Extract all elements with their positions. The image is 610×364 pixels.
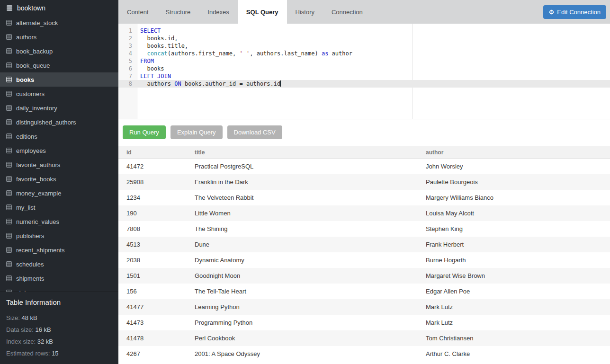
table-icon bbox=[6, 162, 12, 168]
sidebar-item-book-backup[interactable]: book_backup bbox=[0, 44, 118, 58]
table-icon bbox=[6, 119, 12, 125]
table-row[interactable]: 41477Learning PythonMark Lutz bbox=[118, 299, 610, 315]
table-row[interactable]: 41473Programming PythonMark Lutz bbox=[118, 315, 610, 330]
cell-author: Margaret Wise Brown bbox=[418, 272, 610, 279]
line-number: 1 bbox=[118, 27, 137, 35]
table-row[interactable]: 2038Dynamic AnatomyBurne Hogarth bbox=[118, 252, 610, 268]
tab-structure[interactable]: Structure bbox=[157, 0, 199, 24]
sidebar-item-book-queue[interactable]: book_queue bbox=[0, 58, 118, 72]
tab-history[interactable]: History bbox=[287, 0, 323, 24]
code-line-3: 3 books.title, bbox=[118, 42, 610, 50]
sql-editor[interactable]: 1SELECT2 books.id,3 books.title,4 concat… bbox=[118, 24, 610, 119]
sidebar-item-alternate-stock[interactable]: alternate_stock bbox=[0, 16, 118, 30]
cell-id: 1501 bbox=[118, 272, 187, 279]
table-icon bbox=[6, 105, 12, 111]
cell-author: Frank Herbert bbox=[418, 241, 610, 248]
table-icon bbox=[6, 34, 12, 40]
code-text: authors ON books.author_id = authors.id bbox=[137, 80, 281, 88]
tab-connection[interactable]: Connection bbox=[323, 0, 371, 24]
sidebar-item-recent-shipments[interactable]: recent_shipments bbox=[0, 243, 118, 257]
code-text: SELECT bbox=[137, 27, 161, 35]
table-row[interactable]: 7808The ShiningStephen King bbox=[118, 221, 610, 237]
table-row[interactable]: 4513DuneFrank Herbert bbox=[118, 237, 610, 252]
sidebar-item-customers[interactable]: customers bbox=[0, 87, 118, 101]
line-number: 3 bbox=[118, 42, 137, 50]
sidebar-item-label: employees bbox=[16, 147, 46, 154]
sidebar-item-editions[interactable]: editions bbox=[0, 129, 118, 143]
sidebar-item-label: favorite_authors bbox=[16, 161, 60, 169]
table-icon bbox=[6, 233, 12, 239]
cell-title: Dune bbox=[187, 241, 418, 248]
code-text: concat(authors.first_name, ' ', authors.… bbox=[137, 50, 352, 57]
code-line-5: 5FROM bbox=[118, 57, 610, 65]
line-number: 4 bbox=[118, 50, 137, 57]
explain-query-button[interactable]: Explain Query bbox=[170, 125, 223, 139]
cell-id: 41472 bbox=[118, 163, 187, 170]
table-information-rows: Size: 48 kBData size: 16 kBIndex size: 3… bbox=[6, 312, 112, 359]
cell-title: Goodnight Moon bbox=[187, 272, 418, 279]
code-line-7: 7LEFT JOIN bbox=[118, 72, 610, 80]
sidebar-item-employees[interactable]: employees bbox=[0, 143, 118, 158]
info-label: Size: bbox=[6, 314, 22, 321]
table-row[interactable]: 25908Franklin in the DarkPaulette Bourge… bbox=[118, 174, 610, 190]
run-query-button[interactable]: Run Query bbox=[123, 125, 166, 139]
sidebar-item-authors[interactable]: authors bbox=[0, 30, 118, 44]
table-row[interactable]: 1234The Velveteen RabbitMargery Williams… bbox=[118, 190, 610, 205]
tab-indexes[interactable]: Indexes bbox=[199, 0, 238, 24]
table-row[interactable]: 156The Tell-Tale HeartEdgar Allen Poe bbox=[118, 284, 610, 299]
cell-author: Mark Lutz bbox=[418, 319, 610, 326]
sidebar-item-my-list[interactable]: my_list bbox=[0, 200, 118, 214]
sidebar-item-label: recent_shipments bbox=[16, 247, 65, 254]
table-row[interactable]: 42672001: A Space OdysseyArthur C. Clark… bbox=[118, 346, 610, 362]
sidebar-item-publishers[interactable]: publishers bbox=[0, 229, 118, 243]
sidebar-item-favorite-authors[interactable]: favorite_authors bbox=[0, 158, 118, 172]
info-label: Index size: bbox=[6, 338, 37, 345]
table-row[interactable]: 41478Perl CookbookTom Christiansen bbox=[118, 330, 610, 346]
database-header[interactable]: booktown bbox=[0, 0, 118, 16]
code-line-1: 1SELECT bbox=[118, 27, 610, 35]
tab-content[interactable]: Content bbox=[118, 0, 157, 24]
table-row[interactable]: 190Little WomenLouisa May Alcott bbox=[118, 205, 610, 221]
cell-id: 25908 bbox=[118, 178, 187, 186]
line-number: 7 bbox=[118, 72, 137, 80]
cell-author: Mark Lutz bbox=[418, 303, 610, 311]
sidebar-item-books[interactable]: books bbox=[0, 72, 118, 87]
edit-connection-button[interactable]: ⚙ Edit Connection bbox=[543, 5, 606, 19]
sidebar-item-label: customers bbox=[16, 90, 45, 98]
sidebar-item-distinguished-authors[interactable]: distinguished_authors bbox=[0, 115, 118, 129]
info-row-size-: Size: 48 kB bbox=[6, 312, 112, 324]
sidebar-item-schedules[interactable]: schedules bbox=[0, 257, 118, 271]
sidebar-item-favorite-books[interactable]: favorite_books bbox=[0, 172, 118, 186]
cell-title: 2001: A Space Odyssey bbox=[187, 350, 418, 357]
sidebar-item-shipments[interactable]: shipments bbox=[0, 271, 118, 285]
cell-author: Louisa May Alcott bbox=[418, 210, 610, 217]
cell-title: The Velveteen Rabbit bbox=[187, 194, 418, 201]
column-header-title[interactable]: title bbox=[187, 149, 418, 156]
table-icon bbox=[6, 77, 12, 82]
table-row[interactable]: 41472Practical PostgreSQLJohn Worsley bbox=[118, 159, 610, 174]
line-number: 8 bbox=[118, 80, 137, 88]
cell-id: 41478 bbox=[118, 335, 187, 342]
sidebar-item-numeric-values[interactable]: numeric_values bbox=[0, 214, 118, 229]
table-row[interactable]: 1501Goodnight MoonMargaret Wise Brown bbox=[118, 268, 610, 284]
column-header-author[interactable]: author bbox=[418, 149, 610, 156]
info-row-data-size-: Data size: 16 kB bbox=[6, 324, 112, 336]
column-header-id[interactable]: id bbox=[118, 149, 187, 156]
tab-sql-query[interactable]: SQL Query bbox=[238, 0, 287, 24]
code-line-6: 6 books bbox=[118, 65, 610, 72]
table-information-title: Table Information bbox=[6, 298, 112, 306]
table-icon bbox=[6, 48, 12, 54]
sidebar-item-states[interactable]: states bbox=[0, 285, 118, 292]
cell-id: 7808 bbox=[118, 225, 187, 232]
code-text: books.id, bbox=[137, 35, 178, 42]
code-line-4: 4 concat(authors.first_name, ' ', author… bbox=[118, 50, 610, 57]
line-number: 6 bbox=[118, 65, 137, 72]
sidebar-item-money-example[interactable]: money_example bbox=[0, 186, 118, 200]
table-icon bbox=[6, 148, 12, 153]
cell-title: The Shining bbox=[187, 225, 418, 232]
table-icon bbox=[6, 176, 12, 182]
sidebar-item-daily-inventory[interactable]: daily_inventory bbox=[0, 101, 118, 115]
cell-id: 2038 bbox=[118, 257, 187, 264]
cell-id: 4267 bbox=[118, 350, 187, 357]
download-csv-button[interactable]: Download CSV bbox=[227, 125, 282, 139]
